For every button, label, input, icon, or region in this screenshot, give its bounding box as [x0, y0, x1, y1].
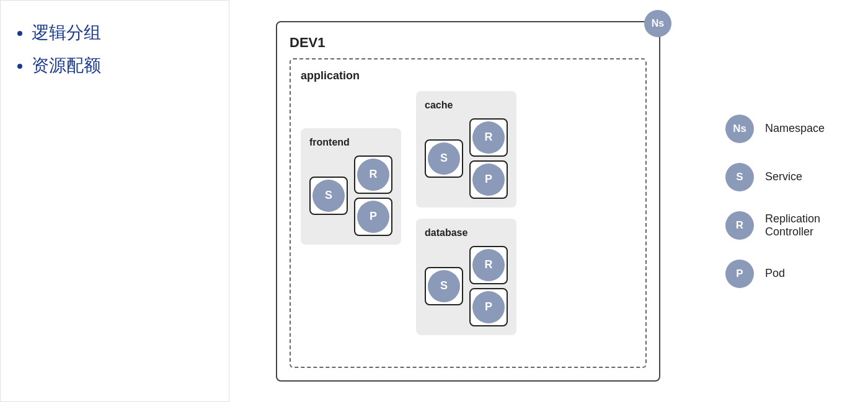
frontend-service-box: S	[309, 177, 348, 215]
frontend-title: frontend	[309, 137, 392, 148]
cache-pod-icon: P	[472, 164, 505, 196]
cache-service-box: S	[425, 139, 463, 178]
database-title: database	[425, 227, 508, 238]
frontend-rc-icon: R	[357, 159, 389, 191]
frontend-pod-icon: P	[357, 201, 389, 233]
list-item-1: 逻辑分组	[32, 19, 210, 47]
frontend-rc-box: R	[354, 155, 392, 194]
legend-service: S Service	[725, 163, 849, 191]
cache-rc-box: R	[469, 118, 508, 157]
database-pod-box: P	[469, 288, 508, 326]
list-item-2: 资源配额	[32, 52, 210, 80]
namespace-box: DEV1 Ns application frontend S	[276, 21, 660, 382]
cache-group: cache S R	[416, 91, 516, 208]
database-rc-box: R	[469, 246, 508, 284]
cache-content: S R	[425, 118, 508, 199]
bullet-list: 逻辑分组 资源配额	[19, 19, 210, 85]
database-rc-icon: R	[472, 249, 505, 281]
legend-pod-label: Pod	[765, 267, 785, 280]
legend-rc-label: Replication Controller	[765, 212, 849, 238]
database-group: database S R	[416, 219, 516, 335]
frontend-content: S R	[309, 155, 392, 236]
database-rc-pod: R P	[469, 246, 508, 326]
groups-row: frontend S	[301, 91, 636, 335]
page-container: 逻辑分组 资源配额 DEV1 Ns application frontend	[0, 0, 868, 402]
database-service-box: S	[425, 267, 463, 305]
left-panel: 逻辑分组 资源配额	[0, 0, 229, 402]
legend-ns-label: Namespace	[765, 122, 825, 135]
legend-pod-icon: P	[725, 260, 754, 288]
legend-rc-icon: R	[725, 211, 754, 240]
legend-pod: P Pod	[725, 260, 849, 288]
cache-rc-pod: R P	[469, 118, 508, 199]
legend-ns-icon: Ns	[725, 115, 754, 143]
cache-service-icon: S	[428, 142, 460, 175]
ns-badge: Ns	[644, 10, 671, 37]
legend-service-icon: S	[725, 163, 754, 191]
cache-pod-box: P	[469, 160, 508, 199]
frontend-service-icon: S	[312, 180, 345, 212]
center-diagram: DEV1 Ns application frontend S	[229, 0, 707, 402]
namespace-title: DEV1	[290, 35, 647, 51]
left-col: frontend S	[301, 128, 401, 245]
frontend-pod-box: P	[354, 198, 392, 236]
legend-service-label: Service	[765, 170, 802, 183]
legend-namespace: Ns Namespace	[725, 115, 849, 143]
cache-title: cache	[425, 100, 508, 111]
right-col: cache S R	[416, 91, 516, 335]
legend-rc: R Replication Controller	[725, 211, 849, 240]
frontend-rc-pod: R P	[354, 155, 392, 236]
right-legend: Ns Namespace S Service R Replication Con…	[707, 102, 868, 300]
application-box: application frontend S	[290, 58, 647, 368]
frontend-group: frontend S	[301, 128, 401, 245]
database-content: S R	[425, 246, 508, 326]
cache-rc-icon: R	[472, 121, 505, 154]
app-title: application	[301, 69, 636, 82]
database-service-icon: S	[428, 270, 460, 302]
database-pod-icon: P	[472, 291, 505, 323]
